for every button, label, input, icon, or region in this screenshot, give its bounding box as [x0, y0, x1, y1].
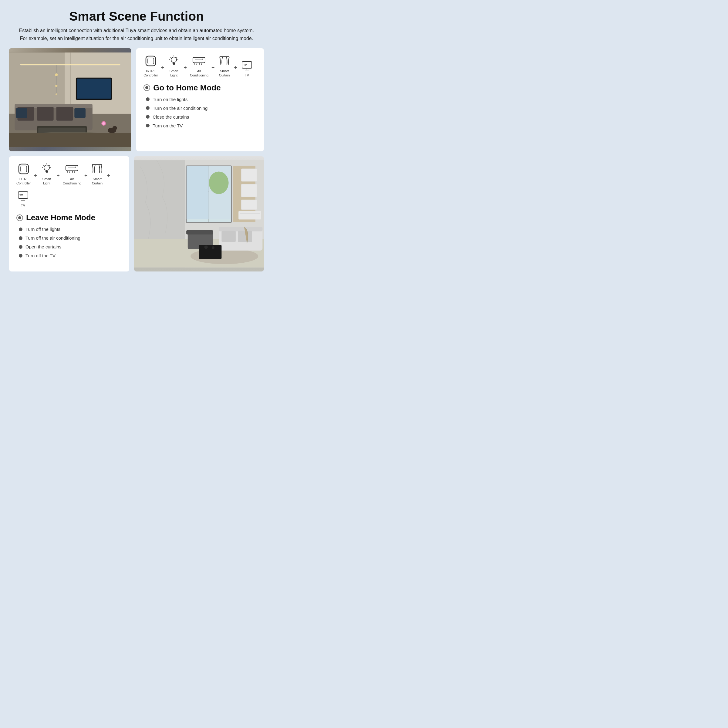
leave-bullet-2 [19, 236, 23, 240]
svg-line-56 [49, 165, 50, 166]
device-curtain-top: SmartCurtain [218, 54, 231, 78]
device-tv-bottom: TV TV [16, 189, 30, 208]
go-home-actions: Turn on the lights Turn on the air condi… [144, 97, 257, 128]
bottom-section: IR+RFController + [9, 156, 264, 271]
svg-point-6 [55, 73, 58, 76]
svg-point-95 [212, 246, 214, 249]
bullet-2 [146, 106, 150, 110]
curtain-label-bottom: SmartCurtain [92, 177, 102, 186]
curtain-label-top: SmartCurtain [219, 69, 229, 78]
svg-rect-28 [9, 133, 132, 147]
leave-home-action-3: Open the curtains [19, 244, 122, 249]
svg-rect-29 [146, 56, 156, 66]
go-home-panel: IR+RFController + [136, 48, 264, 151]
svg-rect-53 [21, 166, 27, 172]
room-photo-top [9, 48, 132, 151]
go-home-action-3: Close the curtains [146, 114, 257, 119]
bullet-3 [146, 115, 150, 119]
svg-rect-90 [238, 231, 252, 242]
leave-bullet-1 [19, 228, 23, 231]
bullet-4 [146, 124, 150, 127]
svg-rect-63 [66, 165, 78, 171]
device-smart-light-bottom: SmartLight [40, 162, 54, 186]
svg-rect-20 [74, 108, 86, 118]
leave-home-action-4: Turn off the TV [19, 253, 122, 258]
device-tv-top: TV TV [240, 58, 254, 77]
svg-rect-19 [16, 108, 27, 118]
svg-line-57 [43, 165, 44, 166]
living-room-image-bottom [134, 156, 264, 271]
svg-rect-13 [77, 79, 111, 99]
plus-b3: + [84, 173, 88, 179]
tv-icon-bottom: TV [16, 189, 30, 202]
plus-2: + [184, 64, 187, 71]
svg-line-33 [177, 57, 177, 58]
go-home-mode-title: Go to Home Mode [144, 83, 257, 93]
plus-b4: + [107, 173, 110, 179]
svg-point-8 [55, 85, 57, 87]
go-home-action-1: Turn on the lights [146, 97, 257, 102]
ir-rf-icon-bottom [17, 162, 30, 176]
svg-point-94 [205, 245, 208, 249]
svg-text:TV: TV [243, 63, 247, 66]
svg-line-34 [170, 57, 171, 58]
tv-label-bottom: TV [21, 203, 25, 208]
svg-rect-17 [37, 107, 54, 121]
leave-home-action-1: Turn off the lights [19, 226, 122, 232]
device-smart-light-top: SmartLight [167, 54, 180, 78]
svg-point-31 [171, 57, 177, 63]
svg-rect-96 [239, 211, 261, 220]
plus-4: + [234, 64, 237, 71]
leave-home-action-2: Turn off the air conditioning [19, 236, 122, 240]
plus-1: + [161, 64, 164, 71]
curtain-icon-top [218, 54, 231, 68]
svg-rect-101 [242, 200, 257, 210]
page-description: Establish an intelligent connection with… [18, 27, 255, 42]
svg-rect-18 [57, 107, 73, 121]
leave-home-heading: Leave Home Mode [26, 213, 95, 222]
svg-point-27 [102, 122, 105, 125]
svg-rect-100 [242, 184, 257, 197]
air-cond-icon-top [192, 54, 206, 68]
smart-light-icon-top [167, 54, 180, 68]
go-home-heading: Go to Home Mode [153, 83, 220, 93]
svg-text:TV: TV [20, 194, 23, 197]
svg-point-83 [209, 172, 229, 194]
svg-point-46 [202, 59, 203, 60]
tv-label-top: TV [245, 73, 249, 77]
svg-rect-88 [219, 227, 262, 231]
go-home-dot [144, 84, 150, 91]
svg-rect-99 [242, 169, 257, 181]
smart-light-label-bottom: SmartLight [43, 177, 51, 186]
device-curtain-bottom: SmartCurtain [90, 162, 104, 186]
plus-b2: + [57, 173, 60, 179]
device-row-bottom: IR+RFController + [16, 162, 122, 208]
leave-home-dot [16, 214, 23, 221]
leave-home-dot-inner [18, 216, 21, 219]
svg-point-25 [113, 126, 117, 130]
device-ir-rf: IR+RFController [144, 54, 158, 78]
air-cond-icon-bottom [65, 162, 78, 176]
svg-rect-40 [193, 57, 205, 63]
room-svg-bottom [134, 156, 264, 271]
svg-rect-81 [187, 166, 209, 219]
plus-b1: + [34, 173, 37, 179]
device-air-cond-top: AirConditioning [190, 54, 208, 78]
page-title: Smart Scene Function [9, 9, 264, 24]
svg-rect-5 [20, 64, 121, 64]
leave-bullet-4 [19, 254, 23, 257]
smart-light-label-top: SmartLight [170, 69, 178, 78]
room-photo-bottom [134, 156, 264, 271]
top-section: IR+RFController + [9, 48, 264, 151]
leave-bullet-3 [19, 245, 23, 249]
room-svg-top [9, 48, 132, 151]
leave-home-panel: IR+RFController + [9, 156, 129, 271]
svg-point-54 [44, 165, 49, 170]
svg-point-69 [75, 167, 76, 168]
air-cond-label-top: AirConditioning [190, 69, 208, 78]
svg-rect-52 [19, 164, 29, 174]
smart-light-icon-bottom [40, 162, 54, 176]
leave-home-mode-title: Leave Home Mode [16, 213, 122, 222]
ir-rf-icon [144, 54, 158, 68]
svg-point-10 [55, 93, 57, 95]
